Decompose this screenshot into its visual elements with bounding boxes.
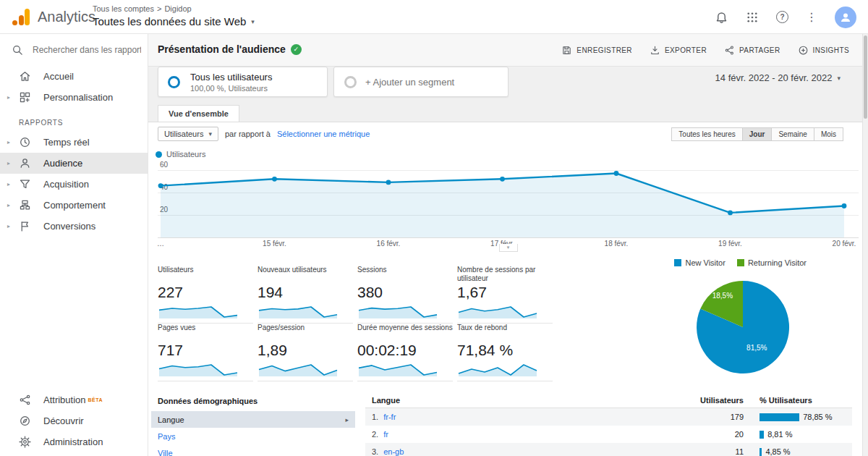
percent-value: 4,85 % <box>765 447 790 456</box>
language-link[interactable]: en-gb <box>383 447 404 456</box>
sidebar-item-acquisition[interactable]: ▸ Acquisition <box>0 174 148 195</box>
granularity-switcher: Toutes les heures Jour Semaine Mois <box>672 127 843 141</box>
sidebar-search[interactable] <box>0 34 148 66</box>
add-segment-circle-icon <box>344 76 357 88</box>
x-axis-tick: 15 févr. <box>263 240 286 248</box>
demographics-item-langue[interactable]: Langue ▸ <box>151 411 355 428</box>
apps-button[interactable] <box>746 11 759 24</box>
row-rank: 2. <box>372 430 378 439</box>
chevron-right-icon: ▸ <box>7 181 19 187</box>
sidebar-item-decouvrir[interactable]: Découvrir <box>0 410 148 431</box>
sidebar-item-label: Comportement <box>43 200 106 211</box>
sidebar-item-accueil[interactable]: Accueil <box>0 66 148 87</box>
metric-sparkline <box>357 361 438 377</box>
clock-icon <box>19 136 31 148</box>
breadcrumb-account[interactable]: Tous les comptes <box>93 4 154 13</box>
svg-text:18,5%: 18,5% <box>712 292 733 300</box>
sidebar-item-label: Acquisition <box>43 179 89 190</box>
segment-all-users[interactable]: Tous les utilisateurs 100,00 %, Utilisat… <box>158 67 328 97</box>
select-metric-link[interactable]: Sélectionner une métrique <box>277 130 370 138</box>
metric-sparkline <box>158 361 239 377</box>
overview-panel: Utilisateurs ▾ par rapport à Sélectionne… <box>148 122 868 456</box>
visitor-type-pie-chart: 81,5%18,5% <box>694 279 791 376</box>
table-row: 1. fr-fr 179 78,85 % <box>365 408 852 426</box>
app-header: Analytics Tous les comptes > Digidop Tou… <box>0 0 868 34</box>
sidebar-item-audience[interactable]: ▸ Audience <box>0 153 148 174</box>
sidebar-item-comportement[interactable]: ▸ Comportement <box>0 195 148 216</box>
users-count: 11 <box>664 447 744 456</box>
granularity-month-button[interactable]: Mois <box>814 127 843 141</box>
segment-radio-icon <box>168 76 180 88</box>
analytics-logo-icon <box>12 7 30 26</box>
demographics-item-pays[interactable]: Pays <box>151 428 355 444</box>
date-range-picker[interactable]: 14 févr. 2022 - 20 févr. 2022 ▾ <box>715 72 841 83</box>
sidebar-item-conversions[interactable]: ▸ Conversions <box>0 216 148 237</box>
search-input[interactable] <box>33 45 141 55</box>
users-legend-dot <box>156 151 162 158</box>
sidebar-item-label: Découvrir <box>43 415 84 426</box>
home-icon <box>19 70 31 83</box>
percent-value: 8,81 % <box>767 430 792 439</box>
x-axis-baseline <box>158 237 859 238</box>
acquisition-funnel-icon <box>19 178 31 190</box>
sidebar-item-temps-reel[interactable]: ▸ Temps réel <box>0 132 148 153</box>
sidebar-item-label: Personnalisation <box>43 92 113 103</box>
customization-icon <box>19 91 31 104</box>
sidebar-item-label: Audience <box>43 158 82 169</box>
chevron-right-icon: ▸ <box>7 202 19 208</box>
demographics-item-ville[interactable]: Ville <box>151 444 355 456</box>
chart-collapse-handle[interactable]: ▾ <box>499 244 518 252</box>
main-content: Présentation de l'audience ✓ ENREGISTRER… <box>148 34 868 456</box>
users-line-chart <box>158 162 848 237</box>
metric-sparkline <box>158 303 239 319</box>
behavior-flow-icon <box>19 199 31 211</box>
sidebar-item-personnalisation[interactable]: ▸ Personnalisation <box>0 87 148 108</box>
verified-check-icon: ✓ <box>291 44 302 55</box>
metric-sparkline <box>258 361 339 377</box>
apps-grid-icon <box>746 11 759 24</box>
metric-dropdown[interactable]: Utilisateurs ▾ <box>158 127 218 141</box>
sidebar: Accueil ▸ Personnalisation RAPPORTS ▸ Te… <box>0 34 148 456</box>
sidebar-item-label: Attribution <box>43 394 86 405</box>
save-button[interactable]: ENREGISTRER <box>561 45 632 56</box>
vertical-scrollbar[interactable] <box>862 34 868 456</box>
add-segment-label: + Ajouter un segment <box>365 77 454 88</box>
share-button[interactable]: PARTAGER <box>724 45 780 56</box>
view-title-text: Toutes les données du site Web <box>93 15 246 28</box>
breadcrumb-separator: > <box>157 4 161 13</box>
sidebar-item-administration[interactable]: Administration <box>0 431 148 452</box>
percent-bar <box>760 413 799 421</box>
granularity-day-button[interactable]: Jour <box>742 127 773 141</box>
percent-bar <box>760 431 764 439</box>
language-link[interactable]: fr-fr <box>383 413 396 421</box>
granularity-hourly-button[interactable]: Toutes les heures <box>671 127 742 141</box>
user-avatar[interactable] <box>835 7 856 28</box>
analytics-logo[interactable]: Analytics <box>12 7 95 26</box>
sidebar-item-attribution[interactable]: Attribution BÊTA <box>0 389 148 410</box>
breadcrumb[interactable]: Tous les comptes > Digidop <box>93 4 192 13</box>
metric-card-taux-de-rebond: Taux de rebond 71,84 % <box>457 324 553 381</box>
pie-legend: New Visitor Returning Visitor <box>674 258 807 267</box>
percent-value: 78,85 % <box>803 413 832 421</box>
tab-vue-densemble[interactable]: Vue d'ensemble <box>158 105 239 122</box>
add-segment-button[interactable]: + Ajouter un segment <box>333 67 509 97</box>
export-button[interactable]: EXPORTER <box>650 45 707 56</box>
chevron-right-icon: ▸ <box>7 160 19 166</box>
help-button[interactable]: ? <box>776 11 788 23</box>
notifications-button[interactable] <box>715 10 728 24</box>
breadcrumb-property[interactable]: Digidop <box>164 4 191 13</box>
metric-sparkline <box>457 361 538 377</box>
scrollbar-thumb[interactable] <box>864 35 867 119</box>
x-axis-tick: 20 févr. <box>833 240 856 248</box>
sidebar-item-label: Conversions <box>43 221 95 232</box>
granularity-week-button[interactable]: Semaine <box>771 127 814 141</box>
more-options-button[interactable]: ⋮ <box>806 12 817 23</box>
sidebar-item-label: Administration <box>43 436 103 447</box>
row-rank: 3. <box>372 447 378 456</box>
legend-label: Utilisateurs <box>166 150 205 159</box>
audience-person-icon <box>19 157 31 169</box>
pie-legend-label: Returning Visitor <box>748 258 807 267</box>
insights-button[interactable]: INSIGHTS <box>798 45 849 56</box>
language-link[interactable]: fr <box>383 430 388 439</box>
property-selector[interactable]: Toutes les données du site Web ▾ <box>93 15 255 28</box>
